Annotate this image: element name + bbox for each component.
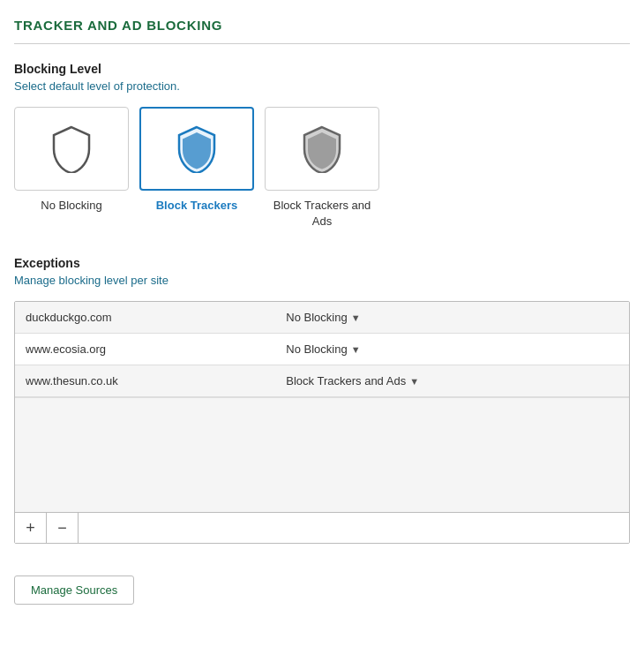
option-block-trackers-ads[interactable]: Block Trackers and Ads (265, 107, 379, 229)
table-controls: + − (15, 512, 629, 543)
no-blocking-shield-icon (50, 125, 93, 173)
site-name-1: duckduckgo.com (15, 302, 275, 334)
blocking-level-label: Blocking Level (14, 62, 630, 76)
exceptions-sublabel: Manage blocking level per site (14, 274, 630, 287)
add-row-button[interactable]: + (15, 513, 47, 543)
blocking-level-section: Blocking Level Select default level of p… (14, 62, 630, 229)
site-name-3: www.thesun.co.uk (15, 365, 275, 397)
dropdown-arrow-1: ▼ (351, 312, 361, 323)
option-no-blocking-label: No Blocking (41, 198, 101, 214)
block-trackers-ads-shield-icon (301, 125, 343, 173)
option-no-blocking-box[interactable] (14, 107, 129, 191)
exceptions-label: Exceptions (14, 256, 630, 270)
blocking-value-3[interactable]: Block Trackers and Ads▼ (275, 365, 629, 397)
manage-sources-button[interactable]: Manage Sources (14, 575, 134, 605)
table-row[interactable]: www.thesun.co.uk Block Trackers and Ads▼ (15, 365, 629, 397)
title-divider (14, 43, 630, 44)
option-block-trackers-box[interactable] (139, 107, 254, 191)
exceptions-section: Exceptions Manage blocking level per sit… (14, 256, 630, 544)
dropdown-arrow-2: ▼ (351, 344, 361, 355)
blocking-options: No Blocking Block Trackers Block Tracker… (14, 107, 630, 229)
option-block-trackers[interactable]: Block Trackers (139, 107, 254, 229)
option-no-blocking[interactable]: No Blocking (14, 107, 129, 229)
blocking-level-sublabel: Select default level of protection. (14, 79, 630, 93)
exceptions-table: duckduckgo.com No Blocking▼ www.ecosia.o… (15, 302, 629, 397)
dropdown-arrow-3: ▼ (409, 376, 419, 387)
block-trackers-shield-icon (176, 125, 218, 173)
option-block-trackers-ads-box[interactable] (265, 107, 379, 191)
table-row[interactable]: www.ecosia.org No Blocking▼ (15, 334, 629, 365)
option-block-trackers-ads-label: Block Trackers and Ads (265, 198, 379, 229)
empty-area (15, 397, 629, 512)
blocking-value-1[interactable]: No Blocking▼ (275, 302, 629, 334)
exceptions-wrapper: duckduckgo.com No Blocking▼ www.ecosia.o… (14, 301, 630, 544)
option-block-trackers-label: Block Trackers (156, 198, 238, 214)
page-title: TRACKER AND AD BLOCKING (14, 18, 630, 33)
table-row[interactable]: duckduckgo.com No Blocking▼ (15, 302, 629, 334)
blocking-value-2[interactable]: No Blocking▼ (275, 334, 629, 365)
remove-row-button[interactable]: − (47, 513, 79, 543)
site-name-2: www.ecosia.org (15, 334, 275, 365)
